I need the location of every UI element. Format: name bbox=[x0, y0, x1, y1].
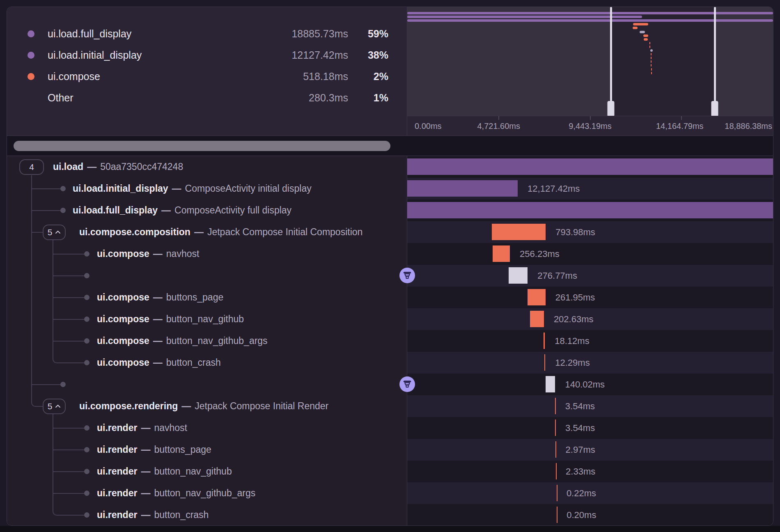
legend-duration-value: 280.3ms bbox=[270, 92, 348, 104]
span-duration-bar[interactable] bbox=[528, 289, 545, 305]
span-tree-row[interactable]: ui.compose—button_crash bbox=[7, 352, 407, 374]
span-tree-row[interactable]: ui.compose—button_nav_github bbox=[7, 308, 407, 330]
tree-leaf-dot bbox=[84, 338, 89, 344]
span-chart-row[interactable]: 0.22ms bbox=[407, 482, 773, 504]
children-count-badge[interactable]: 4 bbox=[19, 159, 44, 175]
span-duration-bar[interactable] bbox=[407, 202, 773, 218]
span-tree-row[interactable]: ui.compose—buttons_page bbox=[7, 287, 407, 308]
minimap-time-axis: 0.00ms4,721.60ms9,443.19ms14,164.79ms18,… bbox=[407, 116, 773, 135]
span-tree-row[interactable]: ui.load—50aa7350cc474248 bbox=[7, 156, 407, 178]
profile-chip[interactable] bbox=[399, 268, 415, 283]
span-duration-label: 0.20ms bbox=[567, 504, 596, 526]
viewport-handle-right[interactable] bbox=[714, 7, 716, 116]
span-duration-bar[interactable] bbox=[407, 180, 518, 197]
span-duration-bar[interactable] bbox=[407, 158, 773, 175]
span-duration-bar[interactable] bbox=[557, 507, 557, 523]
span-description: button_crash bbox=[166, 357, 221, 368]
span-duration-bar[interactable] bbox=[509, 267, 528, 284]
tree-leaf-dot bbox=[84, 447, 89, 452]
span-tree-row[interactable]: ui.compose.rendering—Jetpack Compose Ini… bbox=[7, 395, 407, 417]
minimap-span bbox=[633, 23, 648, 25]
span-op-name: ui.load.full_display bbox=[73, 205, 158, 216]
span-duration-bar[interactable] bbox=[555, 441, 556, 458]
span-tree-row[interactable]: ui.load.full_display—ComposeActivity ful… bbox=[7, 200, 407, 221]
legend-row: ui.compose518.18ms2% bbox=[7, 66, 407, 87]
minimap-chart[interactable] bbox=[407, 7, 773, 116]
span-op-name: ui.render bbox=[97, 466, 137, 477]
span-tree-row[interactable]: ui.compose—navhost bbox=[7, 243, 407, 265]
span-description: buttons_page bbox=[166, 292, 223, 303]
legend-percentage: 38% bbox=[354, 49, 388, 61]
legend-color-dot bbox=[28, 73, 34, 80]
span-chart-row[interactable]: 261.95ms bbox=[407, 287, 773, 308]
span-tree-row[interactable]: ui.render—button_crash bbox=[7, 504, 407, 526]
span-duration-bar[interactable] bbox=[555, 398, 556, 414]
span-chart-row[interactable]: 12.29ms bbox=[407, 352, 773, 374]
span-duration-bar[interactable] bbox=[530, 311, 544, 327]
span-tree-row[interactable]: ui.compose.composition—Jetpack Compose I… bbox=[7, 221, 407, 243]
span-duration-bar[interactable] bbox=[544, 332, 545, 349]
span-duration-bar[interactable] bbox=[493, 245, 510, 262]
tree-leaf-dot bbox=[84, 425, 89, 431]
tree-leaf-dot bbox=[84, 360, 89, 365]
span-separator: — bbox=[141, 466, 150, 477]
trace-minimap[interactable]: 0.00ms4,721.60ms9,443.19ms14,164.79ms18,… bbox=[407, 7, 773, 135]
span-description: button_nav_github bbox=[154, 466, 232, 477]
span-duration-bar[interactable] bbox=[546, 376, 555, 392]
viewport-handle-grip[interactable] bbox=[711, 101, 718, 116]
viewport-handle-grip[interactable] bbox=[608, 101, 615, 116]
profile-chip[interactable] bbox=[399, 376, 415, 392]
span-chart-row[interactable]: 2.33ms bbox=[407, 461, 773, 482]
children-count-badge[interactable]: 5 bbox=[43, 225, 66, 240]
minimap-viewport-region[interactable] bbox=[611, 7, 715, 116]
span-separator: — bbox=[153, 335, 163, 346]
span-chart-row[interactable]: 256.23ms bbox=[407, 243, 773, 265]
span-chart-row[interactable]: 0.20ms bbox=[407, 504, 773, 526]
span-chart-row[interactable] bbox=[407, 200, 773, 221]
span-chart-row[interactable]: 202.63ms bbox=[407, 308, 773, 330]
legend-percentage: 2% bbox=[354, 71, 388, 83]
span-chart-row[interactable]: 793.98ms bbox=[407, 221, 773, 243]
span-duration-label: 3.54ms bbox=[565, 395, 595, 417]
span-duration-label: 256.23ms bbox=[520, 243, 560, 265]
span-op-name: ui.compose bbox=[97, 335, 149, 346]
span-tree-row-unnamed[interactable] bbox=[7, 265, 407, 287]
span-duration-bar[interactable] bbox=[556, 463, 557, 479]
span-chart-row[interactable] bbox=[407, 156, 773, 178]
span-tree-row[interactable]: ui.compose—button_nav_github_args bbox=[7, 330, 407, 352]
span-chart-row[interactable]: 3.54ms bbox=[407, 395, 773, 417]
span-description: ComposeActivity initial display bbox=[185, 183, 312, 194]
children-count-badge[interactable]: 5 bbox=[43, 399, 66, 414]
viewport-handle-left[interactable] bbox=[610, 7, 612, 116]
span-duration-bar[interactable] bbox=[492, 224, 546, 240]
tree-scrollbar-track[interactable] bbox=[7, 136, 773, 156]
tree-scrollbar-thumb[interactable] bbox=[14, 141, 390, 151]
span-chart-row[interactable]: 12,127.42ms bbox=[407, 178, 773, 200]
span-tree-row[interactable]: ui.render—navhost bbox=[7, 417, 407, 439]
span-chart-row[interactable]: 276.77ms bbox=[407, 265, 773, 287]
span-op-name: ui.compose bbox=[97, 357, 149, 368]
span-chart-row[interactable]: 3.54ms bbox=[407, 417, 773, 439]
span-description: button_nav_github_args bbox=[154, 488, 255, 499]
span-duration-bar[interactable] bbox=[557, 485, 557, 501]
span-chart-row[interactable]: 18.12ms bbox=[407, 330, 773, 352]
span-chart-row[interactable]: 140.02ms bbox=[407, 374, 773, 395]
span-chart-row[interactable]: 2.97ms bbox=[407, 439, 773, 461]
axis-time-label: 18,886.38ms bbox=[725, 121, 772, 131]
span-op-name: ui.compose.rendering bbox=[79, 401, 178, 412]
span-tree-row[interactable]: ui.render—button_nav_github_args bbox=[7, 482, 407, 504]
span-duration-bar[interactable] bbox=[555, 420, 556, 436]
span-tree-row[interactable]: ui.render—button_nav_github bbox=[7, 461, 407, 482]
span-tree-row[interactable]: ui.load.initial_display—ComposeActivity … bbox=[7, 178, 407, 200]
chevron-up-icon bbox=[55, 230, 61, 234]
tree-leaf-dot bbox=[60, 208, 66, 213]
span-tree-row[interactable]: ui.render—buttons_page bbox=[7, 439, 407, 461]
span-tree-row-unnamed[interactable] bbox=[7, 374, 407, 395]
minimap-span bbox=[651, 68, 652, 71]
span-duration-bar[interactable] bbox=[544, 354, 545, 371]
page-bottom-gutter bbox=[0, 526, 780, 532]
span-op-name: ui.render bbox=[97, 422, 137, 433]
legend-row: ui.load.initial_display12127.42ms38% bbox=[7, 44, 407, 66]
span-duration-label: 2.33ms bbox=[566, 461, 595, 482]
children-count: 4 bbox=[29, 162, 34, 172]
